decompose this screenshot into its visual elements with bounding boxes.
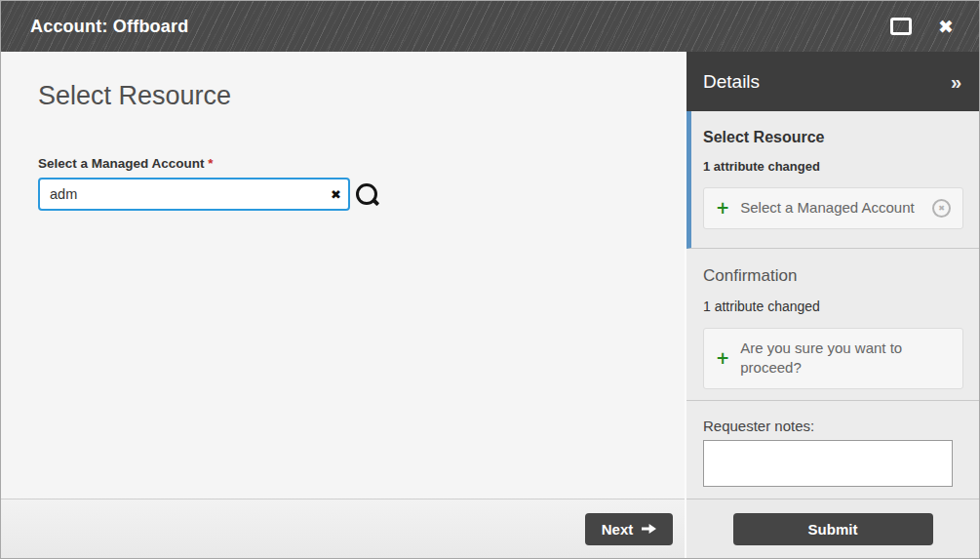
attribute-label: Select a Managed Account: [740, 198, 914, 218]
requester-notes-textarea[interactable]: [703, 440, 953, 487]
titlebar-actions: ✖: [890, 18, 954, 36]
section-select-resource: Select Resource 1 attribute changed + Se…: [686, 111, 979, 249]
page-title: Select Resource: [38, 81, 655, 111]
added-attribute-icon: +: [716, 200, 729, 217]
search-box: ✖: [38, 178, 350, 211]
details-header-title: Details: [703, 71, 760, 93]
added-attribute-icon: +: [716, 350, 729, 367]
offboard-dialog: Account: Offboard ✖ Select Resource Sele…: [0, 0, 980, 559]
section-title: Confirmation: [703, 266, 963, 286]
required-marker: *: [208, 156, 213, 171]
details-header: Details »: [686, 52, 979, 111]
remove-attribute-icon[interactable]: ✖: [932, 199, 951, 218]
details-sidebar: Details » Select Resource 1 attribute ch…: [686, 52, 979, 558]
section-confirmation: Confirmation 1 attribute changed + Are y…: [686, 249, 979, 401]
remove-attribute-glyph: ✖: [938, 204, 945, 213]
maximize-icon[interactable]: [890, 18, 912, 35]
attribute-card: + Are you sure you want to proceed?: [703, 328, 963, 389]
submit-button[interactable]: Submit: [733, 513, 933, 545]
section-status: 1 attribute changed: [703, 159, 963, 174]
next-button-label: Next: [602, 521, 634, 538]
managed-account-label-text: Select a Managed Account: [38, 156, 205, 171]
titlebar: Account: Offboard ✖: [1, 1, 979, 52]
submit-button-label: Submit: [808, 521, 858, 538]
window-title: Account: Offboard: [30, 17, 188, 37]
right-arrow-icon: [642, 523, 656, 535]
managed-account-input-row: ✖: [38, 178, 655, 211]
requester-notes-label: Requester notes:: [703, 418, 963, 434]
managed-account-label: Select a Managed Account *: [38, 156, 655, 171]
collapse-panel-icon[interactable]: »: [951, 72, 961, 92]
managed-account-search-input[interactable]: [38, 178, 350, 211]
dialog-body: Select Resource Select a Managed Account…: [1, 52, 979, 558]
close-icon[interactable]: ✖: [938, 18, 954, 36]
main-content: Select Resource Select a Managed Account…: [1, 52, 685, 499]
sidebar-footer: Submit: [686, 499, 979, 558]
requester-notes-section: Requester notes:: [686, 401, 979, 499]
main-panel: Select Resource Select a Managed Account…: [1, 52, 685, 558]
clear-input-icon[interactable]: ✖: [331, 187, 341, 202]
section-status: 1 attribute changed: [703, 299, 963, 314]
next-button[interactable]: Next: [585, 513, 673, 545]
section-title: Select Resource: [703, 129, 963, 146]
details-sections: Select Resource 1 attribute changed + Se…: [686, 111, 979, 499]
search-icon[interactable]: [355, 181, 380, 208]
attribute-card: + Select a Managed Account ✖: [703, 187, 963, 229]
attribute-label: Are you sure you want to proceed?: [740, 339, 945, 379]
main-footer: Next: [1, 499, 685, 558]
